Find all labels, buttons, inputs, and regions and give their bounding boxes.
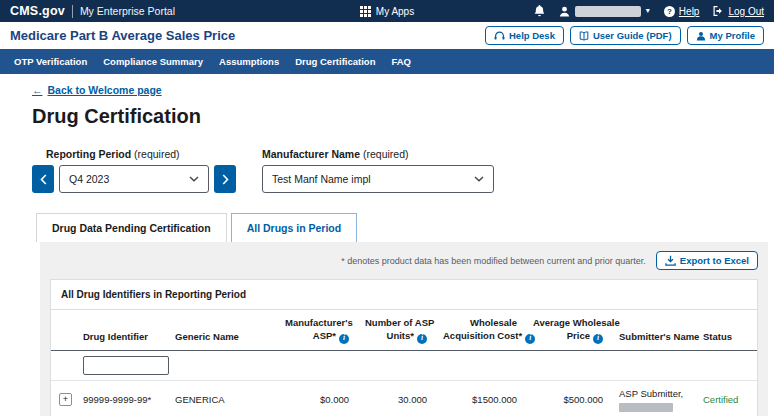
- logout-label: Log Out: [728, 6, 764, 17]
- filter-empty-cell: [51, 350, 75, 380]
- filters-row: Reporting Period (required) Q4 2023 Manu…: [32, 148, 774, 193]
- chevron-down-icon: [474, 176, 484, 182]
- reporting-period-label: Reporting Period (required): [46, 148, 236, 160]
- my-profile-label: My Profile: [710, 30, 755, 41]
- global-header: CMS.gov My Enterprise Portal My Apps ▾ ?…: [0, 0, 774, 22]
- col-drug-identifier: Drug Identifier: [75, 310, 167, 350]
- info-icon[interactable]: i: [417, 334, 427, 344]
- col-expand: [51, 310, 75, 350]
- reporting-period-value: Q4 2023: [69, 173, 109, 185]
- col-manufacturers-asp: Manufacturer's ASP*i: [277, 310, 357, 350]
- table-row: + 99999-9999-99* GENERICA $0.000 30.000 …: [51, 380, 757, 416]
- bell-icon: [534, 5, 545, 17]
- user-guide-button[interactable]: User Guide (PDF): [570, 26, 681, 45]
- average-wholesale-price-cell: $500.000: [525, 380, 611, 416]
- drug-identifier-cell: 99999-9999-99*: [75, 380, 167, 416]
- notifications-bell-button[interactable]: [534, 5, 545, 17]
- col-average-wholesale-price: Average Wholesale Pricei: [525, 310, 611, 350]
- portal-name: My Enterprise Portal: [80, 5, 175, 17]
- col-generic-name: Generic Name: [167, 310, 277, 350]
- redacted-username: [575, 6, 641, 17]
- drug-identifiers-table: Drug Identifier Generic Name Manufacture…: [51, 310, 757, 416]
- manufacturer-value: Test Manf Name impl: [272, 173, 371, 185]
- manufacturer-label-text: Manufacturer Name: [262, 148, 360, 160]
- drug-identifier-filter-cell: [75, 350, 167, 380]
- expand-cell: +: [51, 380, 75, 416]
- tab-drug-data-pending-certification[interactable]: Drug Data Pending Certification: [36, 213, 227, 242]
- tab-bar: Drug Data Pending Certification All Drug…: [36, 213, 774, 242]
- chevron-down-icon: ▾: [646, 7, 650, 15]
- reporting-period-field: Reporting Period (required) Q4 2023: [32, 148, 236, 193]
- back-to-welcome-link[interactable]: ← Back to Welcome page: [32, 84, 162, 96]
- export-label: Export to Excel: [680, 255, 749, 266]
- manufacturers-asp-cell: $0.000: [277, 380, 357, 416]
- info-icon[interactable]: i: [593, 334, 603, 344]
- header-right: ▾ ? Help Log Out: [414, 5, 764, 17]
- panel-toolbar: * denotes product data has been modified…: [50, 251, 758, 270]
- manufacturer-required-hint: (required): [363, 148, 409, 160]
- manufacturer-select[interactable]: Test Manf Name impl: [262, 165, 494, 193]
- user-avatar-icon: [559, 6, 570, 17]
- my-profile-button[interactable]: My Profile: [687, 26, 764, 45]
- table-title: All Drug Identifiers in Reporting Period: [51, 280, 757, 310]
- nav-item-faq[interactable]: FAQ: [391, 56, 411, 67]
- back-link-label: Back to Welcome page: [48, 84, 162, 96]
- next-period-button[interactable]: [214, 165, 236, 193]
- primary-nav: OTP Verification Compliance Summary Assu…: [0, 49, 774, 74]
- generic-name-cell: GENERICA: [167, 380, 277, 416]
- back-arrow-icon: ←: [32, 84, 43, 96]
- help-link[interactable]: ? Help: [664, 6, 700, 17]
- filter-row: [51, 350, 757, 380]
- table-header-row: Drug Identifier Generic Name Manufacture…: [51, 310, 757, 350]
- main-content: ← Back to Welcome page Drug Certificatio…: [0, 74, 774, 416]
- nav-item-drug-certification[interactable]: Drug Certification: [295, 56, 375, 67]
- drug-identifiers-card: All Drug Identifiers in Reporting Period…: [50, 279, 758, 416]
- export-to-excel-button[interactable]: Export to Excel: [656, 251, 758, 270]
- book-icon: [579, 31, 589, 41]
- help-desk-label: Help Desk: [509, 30, 555, 41]
- modified-data-note: * denotes product data has been modified…: [341, 256, 646, 266]
- tab-all-drugs-in-period[interactable]: All Drugs in Period: [231, 213, 358, 242]
- submitter-cell: ASP Submitter,: [611, 380, 695, 416]
- help-label: Help: [679, 6, 700, 17]
- col-status: Status: [695, 310, 757, 350]
- col-asp-units: Number of ASP Units*i: [357, 310, 435, 350]
- col-submitters-name: Submitter's Name: [611, 310, 695, 350]
- help-desk-button[interactable]: Help Desk: [485, 26, 564, 45]
- headset-icon: [494, 31, 505, 41]
- expand-row-button[interactable]: +: [59, 393, 72, 406]
- chevron-down-icon: [189, 176, 199, 182]
- page-title: Drug Certification: [32, 105, 774, 128]
- drug-identifier-filter-input[interactable]: [83, 356, 169, 375]
- help-icon: ?: [664, 6, 675, 17]
- manufacturer-field: Manufacturer Name (required) Test Manf N…: [262, 148, 494, 193]
- reporting-period-required-hint: (required): [134, 148, 180, 160]
- nav-item-compliance-summary[interactable]: Compliance Summary: [103, 56, 203, 67]
- chevron-right-icon: [222, 174, 229, 185]
- asp-units-cell: 30.000: [357, 380, 435, 416]
- previous-period-button[interactable]: [32, 165, 54, 193]
- cms-logo[interactable]: CMS.gov: [10, 4, 65, 18]
- logout-link[interactable]: Log Out: [713, 6, 764, 17]
- nav-item-otp-verification[interactable]: OTP Verification: [14, 56, 87, 67]
- apps-grid-icon: [360, 6, 371, 17]
- reporting-period-label-text: Reporting Period: [46, 148, 131, 160]
- download-icon: [665, 255, 676, 266]
- chevron-left-icon: [40, 174, 47, 185]
- col-wholesale-acquisition-cost: Wholesale Acquisition Cost*i: [435, 310, 525, 350]
- status-cell: Certified: [695, 380, 757, 416]
- wholesale-acquisition-cost-cell: $1500.000: [435, 380, 525, 416]
- app-title: Medicare Part B Average Sales Price: [10, 28, 235, 43]
- app-header-actions: Help Desk User Guide (PDF) My Profile: [485, 26, 764, 45]
- user-menu[interactable]: ▾: [559, 6, 650, 17]
- my-apps-button[interactable]: My Apps: [360, 6, 414, 17]
- redacted-submitter-name: [619, 403, 673, 412]
- my-apps-label: My Apps: [376, 6, 414, 17]
- header-left: CMS.gov My Enterprise Portal: [10, 4, 360, 18]
- info-icon[interactable]: i: [525, 334, 535, 344]
- info-icon[interactable]: i: [339, 334, 349, 344]
- nav-item-assumptions[interactable]: Assumptions: [219, 56, 279, 67]
- app-header: Medicare Part B Average Sales Price Help…: [0, 22, 774, 49]
- reporting-period-select[interactable]: Q4 2023: [59, 165, 209, 193]
- manufacturer-label: Manufacturer Name (required): [262, 148, 494, 160]
